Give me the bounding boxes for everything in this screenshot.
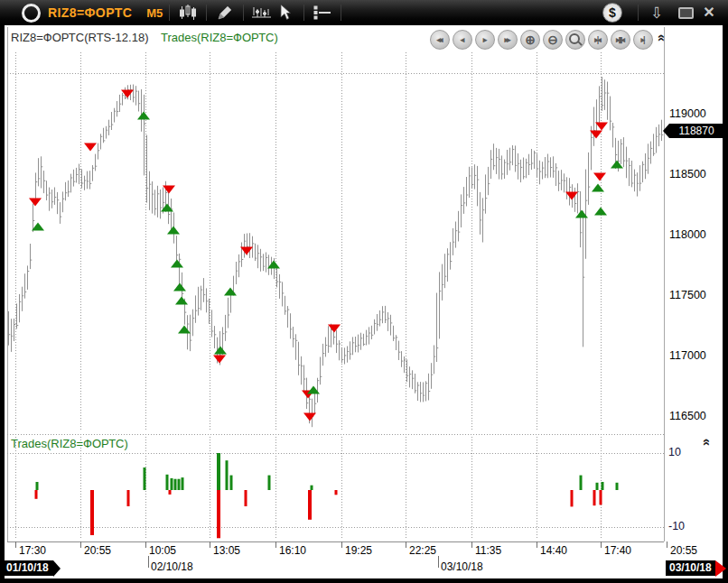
time-tick-label: 20:55 bbox=[670, 544, 697, 557]
collapse-lower-pane-button[interactable]: « bbox=[702, 439, 713, 446]
trade-volume-bar bbox=[226, 460, 229, 490]
buy-marker bbox=[137, 112, 150, 120]
trade-volume-bar bbox=[169, 490, 172, 495]
sell-marker bbox=[240, 247, 253, 255]
zoom-in-button[interactable]: ⊕ bbox=[520, 30, 540, 50]
trade-volume-bar bbox=[268, 476, 271, 490]
date-badge-right: 03/10/18 bbox=[666, 560, 715, 576]
volume-tick-label: -10 bbox=[668, 520, 685, 532]
trade-volume-bar bbox=[600, 490, 602, 504]
collapse-main-pane-button[interactable]: « bbox=[657, 34, 667, 42]
sell-marker bbox=[565, 192, 578, 200]
trade-volume-bar bbox=[602, 482, 604, 490]
date-badge-left: 01/10/18 bbox=[2, 560, 53, 576]
compress-scale-button[interactable]: ▸|◂ bbox=[588, 30, 608, 50]
trade-volume-bar bbox=[593, 490, 596, 505]
scroll-left-button[interactable]: ◂ bbox=[453, 30, 472, 50]
price-tick-label: 118000 bbox=[669, 228, 706, 241]
sell-marker bbox=[29, 199, 42, 207]
time-tick-label: 17:30 bbox=[19, 544, 46, 557]
buy-marker bbox=[594, 208, 607, 216]
trade-volume-bar bbox=[596, 483, 599, 490]
current-price-badge: 118870 bbox=[669, 124, 723, 138]
price-tick-label: 118500 bbox=[669, 168, 706, 180]
zoom-out-button[interactable]: ⊖ bbox=[543, 30, 563, 50]
time-tick-label: 20:55 bbox=[84, 544, 111, 557]
buy-marker bbox=[173, 283, 186, 292]
trade-volume-bar bbox=[230, 476, 233, 490]
trade-volume-bar bbox=[178, 479, 181, 490]
price-tick-label: 117000 bbox=[669, 349, 706, 362]
trade-volume-bar bbox=[217, 453, 220, 490]
scroll-fast-right-button[interactable]: ▸▸ bbox=[498, 30, 518, 50]
compress-bars-button[interactable]: ▸▮◂ bbox=[611, 30, 630, 50]
time-tick-label: 10:05 bbox=[149, 544, 176, 557]
sell-marker bbox=[595, 123, 608, 131]
magnifier-button[interactable] bbox=[565, 30, 585, 50]
trade-volume-bar bbox=[616, 483, 619, 490]
sell-marker bbox=[213, 356, 226, 364]
sell-marker bbox=[84, 143, 97, 152]
buy-marker bbox=[32, 223, 44, 231]
sell-marker bbox=[121, 90, 134, 98]
trade-volume-bar bbox=[182, 477, 184, 490]
price-tick-label: 117500 bbox=[669, 289, 706, 301]
scroll-right-button[interactable]: ▸ bbox=[475, 30, 495, 50]
trade-volume-bar bbox=[127, 490, 130, 506]
sell-marker bbox=[303, 413, 316, 421]
scroll-fast-left-button[interactable]: ◂◂ bbox=[430, 30, 450, 50]
trade-volume-bar bbox=[580, 476, 583, 490]
magnifier-icon bbox=[569, 33, 580, 44]
chart-nav-toolbar: ◂◂◂▸▸▸⊕⊖▸|◂▸▮◂▸| bbox=[430, 30, 653, 50]
trade-volume-bar bbox=[90, 490, 94, 535]
time-tick-label: 14:40 bbox=[540, 544, 567, 557]
trade-volume-bar bbox=[166, 475, 169, 490]
time-tick-label: 19:25 bbox=[345, 544, 372, 557]
time-tick-label: 11:35 bbox=[475, 544, 501, 557]
time-tick-label: 22:25 bbox=[409, 544, 436, 557]
trade-volume-bar bbox=[308, 490, 312, 520]
trade-volume-bar bbox=[335, 490, 338, 495]
trade-volume-bar bbox=[171, 478, 173, 490]
time-tick-label: 13:05 bbox=[213, 544, 240, 557]
trade-volume-bar bbox=[174, 479, 177, 490]
time-tick-label: 16:10 bbox=[279, 544, 306, 557]
sell-marker bbox=[593, 173, 606, 181]
buy-marker bbox=[178, 326, 191, 334]
trade-volume-bar bbox=[217, 490, 220, 538]
buy-marker bbox=[171, 260, 183, 268]
lower-pane-label: Trades(RIZ8=ФОРТС) bbox=[11, 437, 128, 450]
buy-marker bbox=[175, 297, 188, 305]
trade-volume-bar bbox=[245, 490, 247, 506]
trade-volume-bar bbox=[36, 482, 39, 490]
price-tick-label: 116500 bbox=[669, 410, 706, 422]
volume-tick-label: 10 bbox=[668, 446, 681, 458]
buy-marker bbox=[224, 288, 237, 296]
go-to-end-button[interactable]: ▸| bbox=[633, 30, 653, 50]
buy-marker bbox=[592, 184, 604, 192]
chart-window: RIZ8=ФОРТС M5 bbox=[0, 0, 728, 583]
price-tick-label: 119000 bbox=[669, 107, 706, 120]
trade-volume-bar bbox=[311, 486, 313, 490]
buy-marker bbox=[167, 227, 180, 235]
trade-volume-bar bbox=[571, 490, 574, 506]
trades-overlay-label: Trades(RIZ8=ФОРТС) bbox=[161, 31, 278, 44]
trade-volume-bar bbox=[144, 467, 146, 490]
trade-volume-bar bbox=[35, 490, 38, 499]
sell-marker bbox=[163, 186, 175, 194]
buy-marker bbox=[267, 261, 280, 269]
buy-marker bbox=[214, 347, 227, 355]
date-label: 03/10/18 bbox=[441, 560, 483, 573]
date-label: 02/10/18 bbox=[151, 560, 193, 573]
chart-canvas[interactable] bbox=[0, 0, 728, 583]
time-tick-label: 17:40 bbox=[604, 544, 631, 557]
sell-marker bbox=[328, 325, 341, 333]
series-label: RIZ8=ФОРТС(RTS-12.18) bbox=[11, 31, 148, 44]
